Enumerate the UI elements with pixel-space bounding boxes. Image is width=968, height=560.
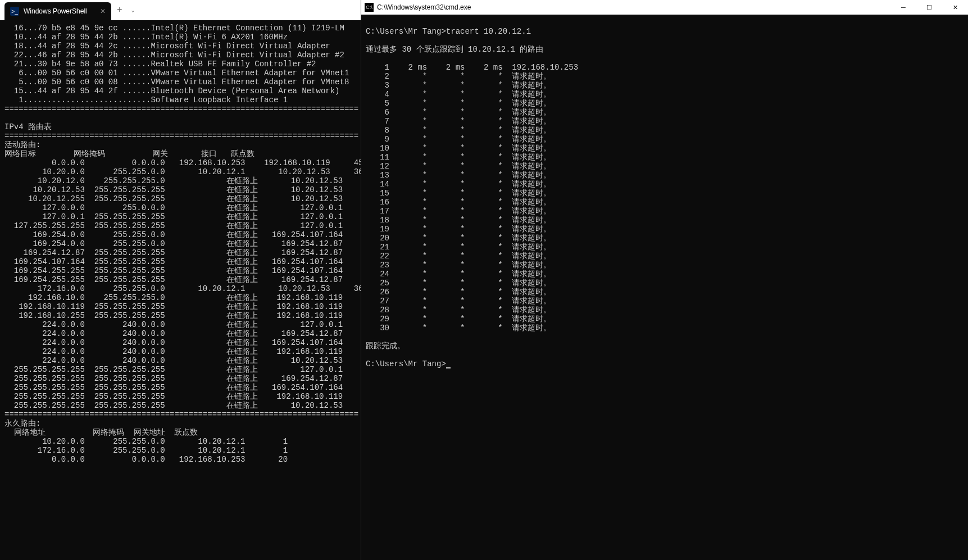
cmd-terminal[interactable]: C:\Users\Mr Tang>tracert 10.20.12.1 通过最多… <box>361 15 968 560</box>
minimize-button[interactable]: ─ <box>890 0 916 15</box>
powershell-icon: >_ <box>10 7 19 16</box>
title-bar[interactable]: C:\ C:\Windows\system32\cmd.exe ─ ☐ ✕ <box>361 0 968 15</box>
tab-close-icon[interactable]: ✕ <box>100 7 106 15</box>
tab-powershell[interactable]: >_ Windows PowerShell ✕ <box>4 2 111 20</box>
close-button[interactable]: ✕ <box>942 0 968 15</box>
cursor <box>446 367 451 368</box>
powershell-window: >_ Windows PowerShell ✕ + ⌄ 16...70 b5 e… <box>0 0 361 560</box>
maximize-button[interactable]: ☐ <box>916 0 942 15</box>
powershell-terminal[interactable]: 16...70 b5 e8 45 9e cc ......Intel(R) Et… <box>0 20 361 560</box>
tab-title: Windows PowerShell <box>24 7 96 15</box>
cmd-window: C:\ C:\Windows\system32\cmd.exe ─ ☐ ✕ C:… <box>361 0 968 560</box>
tab-dropdown-icon[interactable]: ⌄ <box>128 7 138 13</box>
window-title: C:\Windows\system32\cmd.exe <box>377 3 890 11</box>
new-tab-button[interactable]: + <box>111 5 128 15</box>
cmd-icon: C:\ <box>365 3 374 12</box>
tab-bar: >_ Windows PowerShell ✕ + ⌄ <box>0 0 361 20</box>
